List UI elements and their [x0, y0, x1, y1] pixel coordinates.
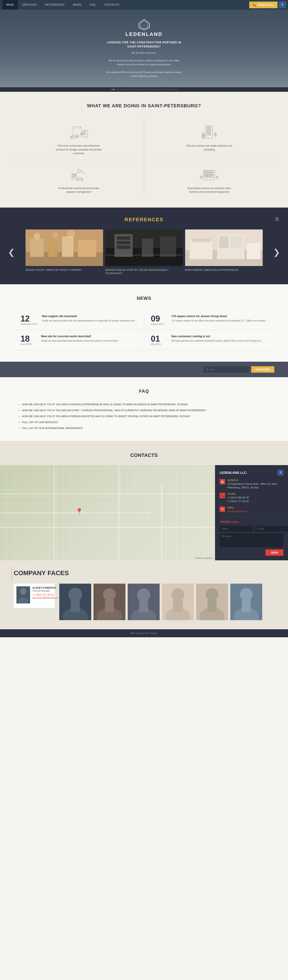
references-carousel: ❮ [0, 229, 288, 275]
faq-text-1: HOW WE CAN HELP YOU IF YOU ARE A FOREIGN… [22, 403, 188, 406]
svg-rect-28 [210, 129, 211, 130]
map-area[interactable]: 📍 Report a map error [0, 465, 215, 560]
email-value[interactable]: info@ledenland.ru [227, 509, 248, 513]
featured-face-card: ALEXEY KOMAKOV General Manager +7 (921) … [14, 584, 55, 608]
ref-caption-2: MARINA RINALDS SHOP BY ITALIAN DESIGN AG… [105, 268, 183, 275]
svg-rect-29 [207, 131, 208, 133]
news-month-year-4: May 2013 [151, 343, 167, 345]
dot [142, 89, 144, 90]
news-date-1: 12 September 2013 [21, 315, 37, 325]
dot [158, 89, 160, 90]
next-arrow[interactable]: ❯ [270, 248, 283, 257]
service-item-furniture: Assembling services for premium class fu… [144, 160, 275, 199]
svg-rect-32 [207, 134, 208, 135]
ref-img-2-content [105, 229, 183, 266]
service-item-construction: Full cycle construction and refinement s… [14, 118, 144, 160]
svg-rect-97 [231, 236, 242, 248]
send-button[interactable]: SEND [266, 549, 283, 556]
hero-desc2: We started at 2008 and serving both Russ… [105, 70, 183, 78]
nav-item-services[interactable]: SERVICES [18, 0, 41, 10]
news-content-3: New site for concrete works launched! Fi… [41, 335, 118, 345]
nav-item-contacts[interactable]: CONTACTS [100, 0, 123, 10]
facebook-button[interactable]: f [279, 2, 286, 8]
svg-rect-121 [207, 600, 217, 612]
map-credit[interactable]: Report a map error [195, 557, 213, 559]
service-item-management: Professional commercial and private prop… [14, 160, 144, 199]
news-day-1: 12 [21, 315, 37, 323]
subscribe-email-input[interactable] [203, 366, 249, 373]
ref-items-container: JENSEN GROUP: AMERCIAN INVEST COMPANY. [18, 229, 270, 275]
featured-face-email[interactable]: akomakov@ledenland.ru [32, 597, 58, 599]
nav-item-faq[interactable]: FAQ [85, 0, 100, 10]
contact-email-input[interactable] [255, 526, 288, 531]
form-row-1 [220, 526, 283, 531]
hero-content: LEDENLAND LOOKING FOR THE CONSTRUCTION P… [105, 19, 183, 78]
subscribe-button[interactable]: Subscribe [251, 366, 274, 373]
featured-face-phone[interactable]: +7 (921) 777-32-32 [32, 593, 58, 596]
faq-item-1[interactable]: ◆ HOW WE CAN HELP YOU IF YOU ARE A FOREI… [18, 403, 270, 406]
faces-grid: ALEXEY KOMAKOV General Manager +7 (921) … [0, 584, 288, 620]
company-faces-title: COMPANY FACES [0, 570, 288, 577]
dot [110, 89, 112, 90]
news-content-4: New customers coming to us! We have got … [171, 335, 263, 345]
dot [156, 89, 157, 90]
hero-intro: We are here to help you! We do construct… [105, 51, 183, 78]
svg-line-8 [79, 127, 81, 129]
list-view-icon[interactable]: ☰ [275, 217, 279, 222]
news-headline-3[interactable]: New site for concrete works launched! [41, 335, 118, 338]
svg-rect-96 [219, 236, 228, 248]
news-date-2: 09 August 2013 [151, 315, 167, 325]
company-name: LEDENLAND LLC. [220, 471, 247, 474]
news-content-2: 170 square metres for Jensen Group done!… [171, 315, 267, 325]
dot [115, 89, 116, 90]
prev-arrow[interactable]: ❮ [5, 248, 18, 257]
faq-list: ◆ HOW WE CAN HELP YOU IF YOU ARE A FOREI… [18, 403, 270, 430]
contacts-title: CONTACTS [0, 452, 288, 458]
news-body-1: Finally we have launched new site www.le… [42, 319, 136, 323]
faq-item-4[interactable]: ◆ FULL LIST OF OUR SERVICES [18, 421, 270, 423]
news-headline-1[interactable]: New english site launched! [42, 315, 136, 318]
face-thumb-1 [59, 584, 91, 620]
map-street [0, 527, 215, 528]
face-thumb-6 [230, 584, 262, 620]
nav-item-main[interactable]: MAIN [2, 0, 18, 10]
svg-point-79 [33, 233, 40, 240]
faq-bullet-3: ◆ [18, 415, 20, 418]
ref-image-3[interactable] [185, 229, 263, 266]
contacts-facebook-button[interactable]: f [277, 470, 283, 476]
news-title: NEWS [14, 296, 274, 301]
ref-image-1[interactable] [25, 229, 103, 266]
nav-item-news[interactable]: NEWS [69, 0, 85, 10]
contact-message-input[interactable] [220, 533, 283, 547]
svg-rect-48 [81, 178, 82, 181]
face-thumb-3 [128, 584, 160, 620]
faq-item-2[interactable]: ◆ HOW WE CAN HELP YOU IF YOU ARE AN EXPA… [18, 409, 270, 412]
news-headline-2[interactable]: 170 square metres for Jensen Group done! [171, 315, 267, 318]
address-label: Address [227, 479, 283, 482]
faq-bullet-5: ◆ [18, 428, 20, 430]
dot [122, 89, 123, 90]
dot [135, 89, 137, 90]
news-section: NEWS 12 September 2013 New english site … [0, 284, 288, 362]
news-headline-4[interactable]: New customers coming to us! [171, 335, 263, 338]
svg-point-80 [52, 232, 58, 238]
diamond-svg [138, 19, 150, 30]
svg-rect-15 [83, 134, 84, 135]
order-call-form-section: ORDER CALL SEND [220, 517, 283, 556]
dots-divider [0, 87, 288, 92]
nav-item-references[interactable]: REFERENCES [41, 0, 69, 10]
order-call-button[interactable]: 📞 ORDER CALL [249, 2, 277, 8]
svg-rect-64 [207, 173, 209, 175]
phone-icon: 📞 [220, 493, 225, 498]
svg-rect-117 [173, 600, 183, 612]
phone-icon: 📞 [253, 3, 256, 6]
svg-rect-65 [211, 173, 213, 175]
map-street [161, 484, 162, 560]
dot [140, 89, 141, 90]
order-call-label: ORDER CALL [258, 3, 274, 6]
faq-item-5[interactable]: ◆ FULL LIST OF OUR INTERNATIONAL REFEREN… [18, 427, 270, 430]
ref-image-2[interactable] [105, 229, 183, 266]
nav-right: 📞 ORDER CALL f [249, 2, 286, 8]
faq-item-3[interactable]: ◆ HOW WE CAN HELP YOU IF YOU ARE A FOREI… [18, 415, 270, 418]
contact-name-input[interactable] [220, 526, 253, 531]
